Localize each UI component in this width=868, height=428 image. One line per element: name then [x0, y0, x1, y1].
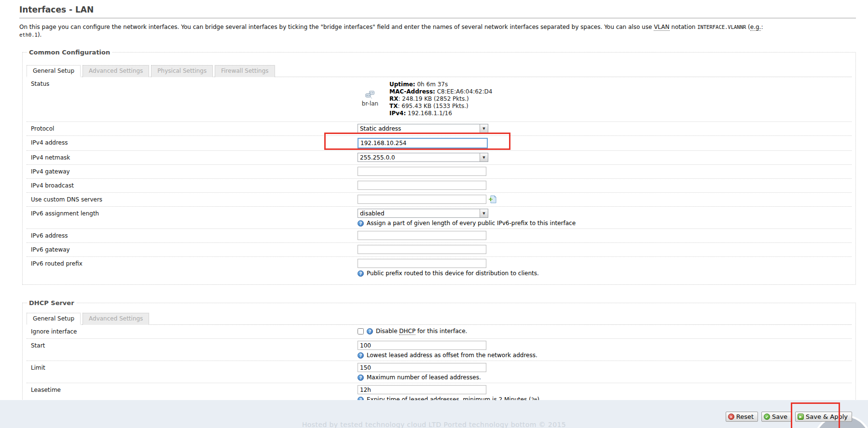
dhcp-leasetime-input[interactable] — [358, 385, 486, 394]
apply-icon: ▶ — [798, 414, 804, 420]
ipv6-assignment-label: IPv6 assignment length — [27, 209, 358, 218]
dhcp-limit-label: Limit — [27, 363, 358, 373]
help-icon: ? — [358, 352, 364, 359]
ipv4-broadcast-input[interactable] — [358, 181, 486, 190]
description-text-3: ( — [746, 24, 750, 30]
ignore-interface-checkbox[interactable] — [358, 328, 364, 334]
vlan-abbr: VLAN — [654, 24, 669, 31]
ignore-interface-help: ? Disable DHCP for this interface. — [367, 328, 467, 334]
dhcp-server-legend: DHCP Server — [27, 299, 76, 307]
ipv4-address-input[interactable] — [358, 138, 488, 148]
protocol-label: Protocol — [27, 124, 358, 134]
custom-dns-label: Use custom DNS servers — [27, 195, 358, 204]
reset-button[interactable]: ✕ Reset — [726, 412, 758, 422]
help-icon: ? — [367, 328, 373, 334]
ipv6-routed-prefix-help: ? Public prefix routed to this device fo… — [358, 270, 852, 277]
dhcp-limit-row: Limit ? Maximum number of leased address… — [27, 361, 852, 383]
dhcp-tab-general-setup[interactable]: General Setup — [27, 313, 81, 325]
page-title: Interfaces - LAN — [19, 4, 856, 18]
save-icon: ✔ — [764, 414, 770, 420]
ipv4-netmask-select[interactable]: 255.255.0.0 ▼ — [358, 153, 488, 162]
vlan-example-code: eth0.1 — [19, 32, 38, 38]
footer-text: Hosted by tested technology cloud LTD Po… — [0, 421, 868, 428]
dhcp-start-label: Start — [27, 341, 358, 350]
reset-icon: ✕ — [728, 414, 734, 420]
dhcp-server-section: DHCP Server General Setup Advanced Setti… — [22, 299, 856, 411]
help-icon: ? — [358, 220, 364, 227]
ipv4-netmask-label: IPv4 netmask — [27, 153, 358, 162]
description-text-4: : — [761, 24, 763, 30]
help-icon: ? — [358, 374, 364, 381]
ipv4-address-row: IPv4 address — [27, 135, 852, 150]
ipv6-routed-prefix-label: IPv6 routed prefix — [27, 259, 358, 268]
description-text-2: notation — [670, 24, 698, 30]
save-apply-button[interactable]: ▶ Save & Apply — [795, 412, 852, 422]
dhcp-limit-help: ? Maximum number of leased addresses. — [358, 374, 852, 381]
save-button[interactable]: ✔ Save — [761, 412, 792, 422]
custom-dns-input[interactable] — [358, 195, 486, 204]
chevron-down-icon: ▼ — [480, 124, 488, 133]
dhcp-tab-advanced-settings[interactable]: Advanced Settings — [83, 313, 149, 325]
page-description: On this page you can configure the netwo… — [19, 23, 856, 39]
common-config-tabs: General Setup Advanced Settings Physical… — [27, 65, 852, 77]
protocol-select[interactable]: Static address ▼ — [358, 124, 488, 133]
dhcp-start-help: ? Lowest leased address as offset from t… — [358, 352, 852, 359]
ignore-interface-label: Ignore interface — [27, 327, 358, 336]
bottom-bar: Hosted by tested technology cloud LTD Po… — [0, 400, 868, 428]
ignore-interface-row: Ignore interface ? Disable DHCP for this… — [27, 325, 852, 338]
ipv6-assignment-row: IPv6 assignment length disabled ▼ ? Assi… — [27, 206, 852, 228]
dhcp-abbr: DHCP — [399, 328, 415, 335]
action-buttons: ✕ Reset ✔ Save ▶ Save & Apply — [726, 412, 852, 422]
tab-firewall-settings[interactable]: Firewall Settings — [215, 65, 275, 77]
ipv6-routed-prefix-row: IPv6 routed prefix ? Public prefix route… — [27, 256, 852, 279]
ipv4-gateway-row: IPv4 gateway — [27, 164, 852, 178]
ipv6-address-row: IPv6 address — [27, 228, 852, 242]
interface-badge: br-lan — [358, 91, 383, 117]
dhcp-leasetime-label: Leasetime — [27, 385, 358, 395]
eg-abbr: e.g. — [750, 24, 761, 31]
dhcp-start-input[interactable] — [358, 341, 486, 350]
ipv4-gateway-input[interactable] — [358, 167, 486, 176]
ipv6-address-input[interactable] — [358, 231, 486, 240]
description-text-5: ). — [38, 31, 42, 38]
ipv4-address-label: IPv4 address — [27, 138, 358, 147]
protocol-row: Protocol Static address ▼ — [27, 121, 852, 135]
interface-name: br-lan — [358, 100, 383, 107]
tab-physical-settings[interactable]: Physical Settings — [151, 65, 213, 77]
custom-dns-row: Use custom DNS servers — [27, 192, 852, 206]
ipv6-gateway-label: IPv6 gateway — [27, 245, 358, 254]
chevron-down-icon: ▼ — [480, 209, 488, 217]
ipv6-routed-prefix-input[interactable] — [358, 259, 486, 268]
help-icon: ? — [358, 270, 364, 277]
dhcp-limit-input[interactable] — [358, 363, 486, 372]
bridge-interface-icon — [365, 94, 375, 100]
dhcp-tabs: General Setup Advanced Settings — [27, 312, 852, 325]
dhcp-start-row: Start ? Lowest leased address as offset … — [27, 338, 852, 361]
add-entry-icon[interactable] — [488, 195, 496, 203]
ipv4-broadcast-label: IPv4 broadcast — [27, 181, 358, 190]
status-label: Status — [27, 79, 358, 89]
vlan-notation-code: INTERFACE.VLANNR — [697, 24, 746, 30]
ipv6-gateway-input[interactable] — [358, 245, 486, 254]
status-tx: TX: 695.43 KB (1533 Pkts.) — [389, 103, 492, 110]
status-row: Status br-lan — [27, 77, 852, 121]
status-rx: RX: 248.19 KB (2852 Pkts.) — [389, 95, 492, 103]
ipv6-assignment-help: ? Assign a part of given length of every… — [358, 220, 852, 227]
ipv6-assignment-select[interactable]: disabled ▼ — [358, 209, 488, 218]
ipv4-netmask-row: IPv4 netmask 255.255.0.0 ▼ — [27, 150, 852, 164]
common-configuration-section: Common Configuration General Setup Advan… — [22, 49, 856, 285]
tab-advanced-settings[interactable]: Advanced Settings — [83, 65, 149, 77]
ipv4-gateway-label: IPv4 gateway — [27, 167, 358, 176]
tab-general-setup[interactable]: General Setup — [27, 65, 81, 77]
ipv4-broadcast-row: IPv4 broadcast — [27, 178, 852, 192]
common-configuration-legend: Common Configuration — [27, 49, 112, 56]
description-text-1: On this page you can configure the netwo… — [19, 24, 654, 30]
main-content: Interfaces - LAN On this page you can co… — [0, 0, 868, 411]
status-uptime: Uptime: 0h 6m 37s — [389, 81, 492, 88]
status-ipv4: IPv4: 192.168.1.1/16 — [389, 110, 492, 117]
chevron-down-icon: ▼ — [480, 153, 488, 161]
status-mac-address: MAC-Address: C8:EE:A6:04:62:D4 — [389, 88, 492, 95]
ipv6-address-label: IPv6 address — [27, 231, 358, 241]
interface-status-details: Uptime: 0h 6m 37s MAC-Address: C8:EE:A6:… — [389, 81, 492, 117]
ipv6-gateway-row: IPv6 gateway — [27, 242, 852, 256]
